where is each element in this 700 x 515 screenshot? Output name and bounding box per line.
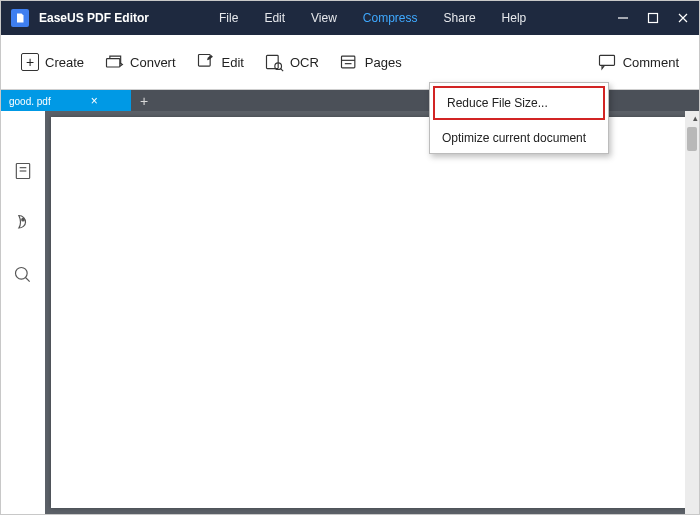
menu-edit[interactable]: Edit [264, 11, 285, 25]
file-tab[interactable]: good. pdf × [1, 90, 131, 112]
convert-icon [104, 52, 124, 72]
menu-help[interactable]: Help [502, 11, 527, 25]
comment-button[interactable]: Comment [597, 52, 679, 72]
tag-icon[interactable] [13, 213, 33, 233]
svg-rect-1 [649, 14, 658, 23]
menu-compress[interactable]: Compress [363, 11, 418, 25]
app-logo-icon [11, 9, 29, 27]
scroll-thumb[interactable] [687, 127, 697, 151]
window-controls [617, 12, 689, 24]
ocr-button[interactable]: OCR [264, 52, 319, 72]
comment-icon [597, 52, 617, 72]
new-tab-button[interactable]: + [131, 90, 157, 112]
compress-dropdown: Reduce File Size... Optimize current doc… [429, 82, 609, 154]
svg-rect-4 [266, 55, 278, 68]
svg-point-14 [16, 268, 28, 280]
convert-label: Convert [130, 55, 176, 70]
pdf-page[interactable] [51, 117, 687, 508]
thumbnails-icon[interactable] [13, 161, 33, 181]
minimize-icon[interactable] [617, 12, 629, 24]
plus-icon: + [21, 53, 39, 71]
scrollbar[interactable]: ▴ [685, 111, 699, 514]
toolbar: + Create Convert Edit OCR Pages Comment … [1, 35, 699, 90]
close-icon[interactable] [677, 12, 689, 24]
edit-button[interactable]: Edit [196, 52, 244, 72]
title-bar: EaseUS PDF Editor File Edit View Compres… [1, 1, 699, 35]
create-label: Create [45, 55, 84, 70]
svg-rect-9 [599, 55, 614, 65]
menu-bar: File Edit View Compress Share Help [219, 11, 526, 25]
comment-label: Comment [623, 55, 679, 70]
convert-button[interactable]: Convert [104, 52, 176, 72]
optimize-document-item[interactable]: Optimize current document [430, 123, 608, 153]
menu-file[interactable]: File [219, 11, 238, 25]
svg-point-13 [22, 218, 25, 221]
menu-view[interactable]: View [311, 11, 337, 25]
pages-icon [339, 52, 359, 72]
svg-rect-2 [107, 59, 120, 67]
workspace: ▴ [1, 111, 699, 514]
menu-share[interactable]: Share [444, 11, 476, 25]
scroll-up-icon[interactable]: ▴ [693, 113, 698, 123]
file-tab-label: good. pdf [9, 96, 51, 107]
side-panel [1, 111, 45, 514]
ocr-icon [264, 52, 284, 72]
svg-rect-3 [198, 55, 210, 67]
reduce-file-size-item[interactable]: Reduce File Size... [433, 86, 605, 120]
close-tab-icon[interactable]: × [91, 94, 98, 108]
app-title: EaseUS PDF Editor [39, 11, 149, 25]
search-icon[interactable] [13, 265, 33, 285]
ocr-label: OCR [290, 55, 319, 70]
pages-button[interactable]: Pages [339, 52, 402, 72]
canvas-area: ▴ [45, 111, 699, 514]
create-button[interactable]: + Create [21, 53, 84, 71]
pages-label: Pages [365, 55, 402, 70]
edit-label: Edit [222, 55, 244, 70]
pencil-icon [196, 52, 216, 72]
maximize-icon[interactable] [647, 12, 659, 24]
svg-rect-6 [341, 56, 354, 68]
